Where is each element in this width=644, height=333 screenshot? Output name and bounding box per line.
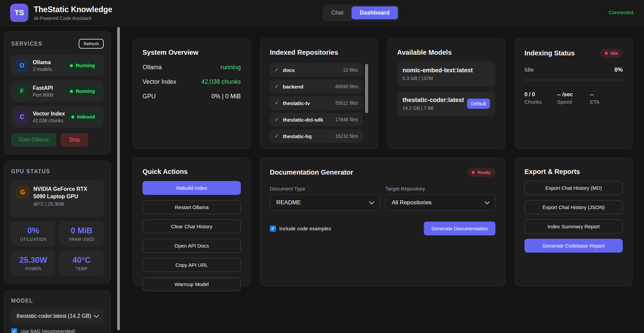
model-item-nomic[interactable]: nomic-embed-text:latest 0.3 GB | 137M (397, 62, 495, 86)
stat-value: 0 / 0 (524, 92, 557, 98)
copy-api-url-button[interactable]: Copy API URL (143, 258, 241, 272)
repo-row-docs[interactable]: docs 12 files (270, 63, 363, 77)
model-select-value: thestatic-coder:latest (14.2 GB) (17, 313, 91, 319)
vector-index-icon: C (15, 110, 29, 124)
tab-dashboard[interactable]: Dashboard (352, 6, 398, 19)
clear-chat-history-button[interactable]: Clear Chat History (143, 220, 241, 233)
service-detail: 42,038 chunks (33, 118, 67, 123)
service-item-vector-index[interactable]: C Vector Index 42,038 chunks Indexed (11, 106, 104, 128)
document-type-label: Document Type (270, 186, 380, 191)
indexing-status-badge: Idle (600, 49, 623, 58)
indexing-progress-row: Idle 0% (524, 67, 623, 73)
include-code-examples-row: Include code examples (270, 226, 331, 232)
refresh-button[interactable]: Refresh (79, 39, 104, 49)
overview-value: 0% | 0 MiB (211, 93, 241, 100)
service-item-ollama[interactable]: O Ollama 2 models Running (11, 55, 104, 76)
overview-row-ollama: Ollama running (143, 64, 241, 71)
start-ollama-button[interactable]: Start Ollama (11, 133, 56, 147)
check-icon (275, 67, 279, 73)
generate-documentation-button[interactable]: Generate Documentation (424, 222, 495, 235)
repo-file-count: 55011 files (335, 100, 358, 106)
service-actions: Start Ollama Stop (11, 133, 104, 147)
status-badge-label: Running (76, 88, 95, 94)
model-detail: 14.2 GB | 7.6B (403, 105, 467, 111)
chevron-down-icon (94, 313, 99, 318)
stat-label: POWER (14, 266, 53, 271)
service-item-fastapi[interactable]: F FastAPI Port 8000 Running (11, 80, 104, 102)
docgen-badge-label: Ready (478, 170, 491, 175)
repository-list-scrollbar[interactable] (365, 64, 368, 113)
model-name: thestatic-coder:latest (403, 97, 467, 104)
repo-row-thestatic-hq[interactable]: thestatic-hq 16232 files (270, 129, 363, 143)
use-rag-label: Use RAG (recommended) (21, 329, 75, 333)
service-detail: 2 models (33, 67, 65, 72)
app-title-block: TheStatic Knowledge AI-Powered Code Assi… (34, 5, 112, 21)
export-chat-history-md-button[interactable]: Export Chat History (MD) (524, 181, 623, 195)
indexing-stat-eta: -- ETA (590, 92, 623, 105)
indexing-stats: 0 / 0 Chunks -- /sec Speed -- ETA (524, 92, 623, 105)
export-chat-history-json-button[interactable]: Export Chat History (JSON) (524, 200, 623, 214)
include-code-examples-checkbox[interactable] (270, 226, 276, 232)
card-title: Documentation Generator (270, 169, 353, 176)
use-rag-checkbox[interactable] (11, 328, 17, 333)
indexing-stat-speed: -- /sec Speed (557, 92, 590, 105)
restart-ollama-button[interactable]: Restart Ollama (143, 200, 241, 214)
repo-name: backend (283, 84, 335, 89)
index-summary-report-button[interactable]: Index Summary Report (524, 220, 623, 233)
document-type-select[interactable]: README (270, 195, 380, 211)
gpu-stat-utilization: 0% UTILIZATION (11, 221, 55, 247)
target-repository-select[interactable]: All Repositories (385, 195, 495, 211)
app-subtitle: AI-Powered Code Assistant (34, 16, 112, 21)
indexing-stat-chunks: 0 / 0 Chunks (524, 92, 557, 105)
status-badge: Running (65, 60, 100, 71)
repo-name: thestatic-tv (283, 100, 336, 106)
gpu-stat-power: 25.30W POWER (11, 251, 55, 276)
stat-label: ETA (590, 99, 623, 105)
sidebar-scrollbar[interactable] (117, 27, 120, 330)
tab-chat[interactable]: Chat (325, 6, 350, 19)
documentation-generator-card: Documentation Generator Ready Document T… (260, 157, 505, 286)
warmup-model-button[interactable]: Warmup Model (143, 277, 241, 291)
model-detail: 0.3 GB | 137M (403, 76, 490, 81)
repo-row-thestatic-tv[interactable]: thestatic-tv 55011 files (270, 96, 363, 110)
status-badge: Indexed (67, 112, 100, 122)
target-repository-value: All Repositories (392, 199, 432, 206)
ollama-icon: O (15, 59, 29, 72)
overview-value: running (221, 64, 241, 71)
gpu-stat-vram: 0 MiB VRAM USED (59, 221, 104, 247)
repo-file-count: 17846 files (335, 117, 358, 122)
indexing-progress-bar (524, 79, 623, 81)
check-icon (275, 100, 279, 106)
card-title: Export & Reports (524, 168, 623, 176)
repo-file-count: 16232 files (335, 133, 358, 139)
gpu-detail: 40°C | 25.30W (33, 201, 99, 207)
repo-name: docs (283, 67, 343, 73)
card-title: System Overview (143, 49, 241, 56)
service-detail: Port 8000 (33, 92, 65, 98)
stat-value: 25.30W (14, 255, 53, 265)
stop-button[interactable]: Stop (61, 133, 88, 147)
docgen-actions: Include code examples Generate Documenta… (270, 222, 495, 235)
chevron-down-icon (369, 199, 375, 205)
generate-codebase-report-button[interactable]: Generate Codebase Report (524, 239, 623, 253)
include-code-examples-label: Include code examples (279, 226, 331, 231)
docgen-form: Document Type README Target Repository A… (270, 186, 495, 211)
repo-file-count: 49590 files (335, 84, 358, 89)
docgen-status-badge: Ready (467, 168, 495, 177)
stat-value: 40°C (62, 255, 101, 265)
model-item-thestatic-coder[interactable]: thestatic-coder:latest 14.2 GB | 7.6B De… (397, 92, 495, 116)
services-panel: SERVICES Refresh O Ollama 2 models Runni… (4, 31, 111, 154)
model-name: nomic-embed-text:latest (403, 67, 490, 74)
repo-row-backend[interactable]: backend 49590 files (270, 80, 363, 93)
rebuild-index-button[interactable]: Rebuild Index (143, 181, 241, 195)
system-overview-card: System Overview Ollama running Vector In… (133, 38, 251, 149)
dashboard-main: System Overview Ollama running Vector In… (133, 38, 633, 286)
model-select[interactable]: thestatic-coder:latest (14.2 GB) (11, 309, 104, 324)
repo-name: thestatic-dcl-sdk (283, 117, 335, 123)
app-title: TheStatic Knowledge (34, 5, 112, 14)
target-repository-label: Target Repository (385, 186, 495, 191)
card-title: Available Models (397, 49, 495, 56)
indexing-state: Idle (524, 67, 534, 73)
open-api-docs-button[interactable]: Open API Docs (143, 239, 241, 253)
repo-row-thestatic-dcl-sdk[interactable]: thestatic-dcl-sdk 17846 files (270, 113, 363, 126)
